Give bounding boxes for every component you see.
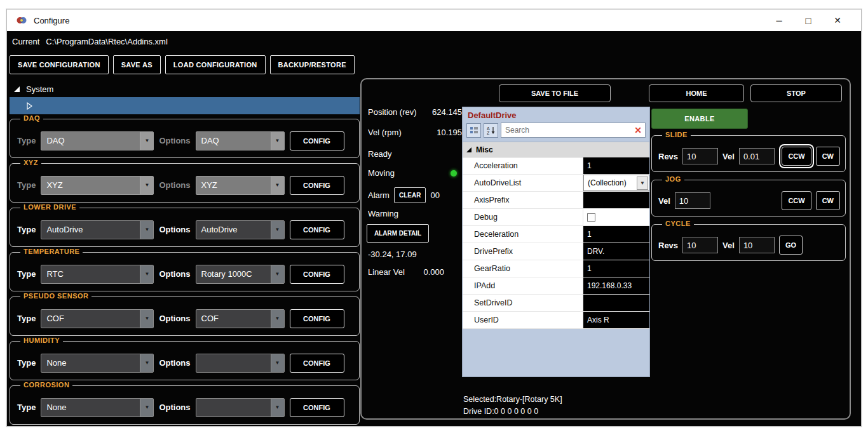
type-dropdown[interactable]: None ▼	[41, 354, 154, 373]
type-dropdown[interactable]: None ▼	[41, 398, 154, 417]
chevron-down-icon: ▼	[140, 310, 153, 328]
window-controls: ─ □ ✕	[764, 10, 852, 31]
config-toolbar: SAVE CONFIGURATION SAVE AS LOAD CONFIGUR…	[10, 55, 355, 74]
options-dropdown[interactable]: ▼	[196, 354, 285, 373]
stop-button[interactable]: STOP	[750, 84, 842, 102]
clear-search-icon[interactable]: ✕	[634, 126, 642, 135]
save-to-file-button[interactable]: SAVE TO FILE	[499, 84, 611, 102]
drive-control-panel: SAVE TO FILE HOME STOP Position (rev) 62…	[360, 78, 851, 420]
options-dropdown[interactable]: ▼	[196, 398, 285, 417]
alarm-detail-button[interactable]: ALARM DETAIL	[367, 224, 429, 243]
window-title: Configure	[34, 16, 69, 25]
config-button[interactable]: CONFIG	[290, 131, 344, 150]
home-button[interactable]: HOME	[649, 84, 744, 102]
property-grid: DefaultDrive	[462, 107, 650, 377]
device-group: PSEUDO SENSOR Type COF ▼ Options COF ▼ C…	[10, 296, 360, 336]
jog-ccw-button[interactable]: CCW	[782, 191, 811, 210]
options-dropdown[interactable]: AutoDrive ▼	[196, 220, 285, 239]
options-dropdown-value: AutoDrive	[201, 225, 238, 234]
property-row[interactable]: UserID Axis R	[463, 312, 649, 329]
options-dropdown[interactable]: DAQ ▼	[196, 131, 285, 150]
device-group-label: DAQ	[20, 114, 43, 122]
collection-dropdown-button[interactable]: ▼	[637, 177, 648, 190]
slide-ccw-button[interactable]: CCW	[782, 147, 811, 166]
type-dropdown-value: COF	[46, 314, 64, 323]
linear-vel-row: Linear Vel 0.000	[368, 267, 462, 277]
type-dropdown[interactable]: RTC ▼	[41, 265, 154, 284]
type-label: Type	[17, 269, 36, 279]
options-label: Options	[159, 136, 190, 145]
backup-restore-button[interactable]: BACKUP/RESTORE	[270, 55, 355, 74]
alarm-row: Alarm CLEAR 00	[368, 187, 462, 203]
load-configuration-button[interactable]: LOAD CONFIGURATION	[165, 55, 266, 74]
save-as-button[interactable]: SAVE AS	[113, 55, 161, 74]
chevron-down-icon: ▼	[140, 132, 153, 150]
categorized-view-icon[interactable]	[466, 123, 481, 138]
linear-vel-value: 0.000	[423, 267, 462, 277]
options-dropdown-value: DAQ	[201, 136, 219, 145]
save-configuration-button[interactable]: SAVE CONFIGURATION	[10, 55, 109, 74]
slide-revs-label: Revs	[658, 152, 678, 161]
type-label: Type	[17, 136, 36, 145]
velocity-value: 10.195	[437, 128, 462, 137]
device-group-label: CORROSION	[20, 381, 72, 389]
type-dropdown[interactable]: XYZ ▼	[41, 176, 154, 195]
slide-vel-input[interactable]	[739, 148, 775, 164]
cycle-go-button[interactable]: GO	[779, 236, 803, 255]
slide-group: SLIDE Revs Vel CCW CW	[651, 135, 846, 172]
config-button[interactable]: CONFIG	[290, 309, 344, 328]
config-button[interactable]: CONFIG	[290, 176, 344, 195]
cycle-vel-input[interactable]	[739, 237, 775, 253]
chevron-down-icon: ▼	[140, 177, 153, 194]
options-dropdown[interactable]: COF ▼	[196, 309, 285, 328]
alphabetical-sort-icon[interactable]: A Z	[484, 123, 498, 138]
maximize-button[interactable]: □	[794, 10, 823, 31]
tree-expanded-icon	[13, 86, 20, 93]
cycle-revs-input[interactable]	[682, 237, 718, 253]
category-row-misc[interactable]: Misc	[463, 142, 649, 157]
config-button[interactable]: CONFIG	[290, 354, 344, 373]
jog-cw-button[interactable]: CW	[816, 191, 840, 210]
property-row[interactable]: Acceleration 1	[463, 157, 649, 175]
options-dropdown[interactable]: XYZ ▼	[196, 176, 285, 195]
options-label: Options	[159, 225, 190, 234]
current-config-path: CurrentC:\ProgramData\Rtec\Addins.xml	[12, 37, 168, 46]
tree-node-system[interactable]: System	[13, 82, 360, 96]
title-bar[interactable]: Configure ─ □ ✕	[7, 10, 861, 31]
enable-button[interactable]: ENABLE	[651, 109, 748, 129]
config-button[interactable]: CONFIG	[290, 220, 344, 239]
type-dropdown[interactable]: COF ▼	[41, 309, 154, 328]
property-row[interactable]: IPAdd 192.168.0.33	[463, 277, 649, 295]
options-dropdown[interactable]: Rotary 1000C ▼	[196, 265, 285, 284]
property-row[interactable]: DrivePrefix DRV.	[463, 243, 649, 260]
close-button[interactable]: ✕	[823, 10, 852, 31]
type-label: Type	[17, 314, 36, 323]
debug-checkbox[interactable]	[587, 213, 595, 222]
property-row[interactable]: SetDriveID	[463, 295, 649, 312]
device-group: DAQ Type DAQ ▼ Options DAQ ▼ CONFIG	[10, 119, 360, 158]
property-row[interactable]: AutoDriveList (Collection)▼	[463, 175, 649, 192]
clear-alarm-button[interactable]: CLEAR	[394, 187, 426, 203]
property-search-input[interactable]	[505, 126, 634, 135]
minimize-button[interactable]: ─	[764, 10, 794, 31]
type-dropdown[interactable]: DAQ ▼	[41, 131, 154, 150]
tree-selected-row[interactable]	[10, 97, 360, 114]
ready-row: Ready	[368, 149, 462, 159]
options-label: Options	[159, 314, 190, 323]
slide-revs-input[interactable]	[682, 148, 718, 164]
config-button[interactable]: CONFIG	[290, 265, 344, 284]
type-dropdown-value: None	[46, 358, 66, 368]
property-row[interactable]: GearRatio 1	[463, 260, 649, 277]
property-value: 192.168.0.33	[583, 277, 649, 294]
type-dropdown[interactable]: AutoDrive ▼	[41, 220, 154, 239]
category-expanded-icon	[466, 147, 472, 153]
config-button[interactable]: CONFIG	[290, 398, 344, 417]
type-dropdown-value: RTC	[46, 269, 63, 279]
options-dropdown-value: COF	[201, 314, 219, 323]
property-row[interactable]: Debug	[463, 209, 649, 226]
slide-cw-button[interactable]: CW	[816, 147, 840, 166]
property-row[interactable]: Deceleration 1	[463, 226, 649, 243]
alarm-count: 00	[430, 190, 439, 200]
property-row[interactable]: AxisPrefix	[463, 192, 649, 209]
jog-vel-input[interactable]	[675, 192, 710, 209]
